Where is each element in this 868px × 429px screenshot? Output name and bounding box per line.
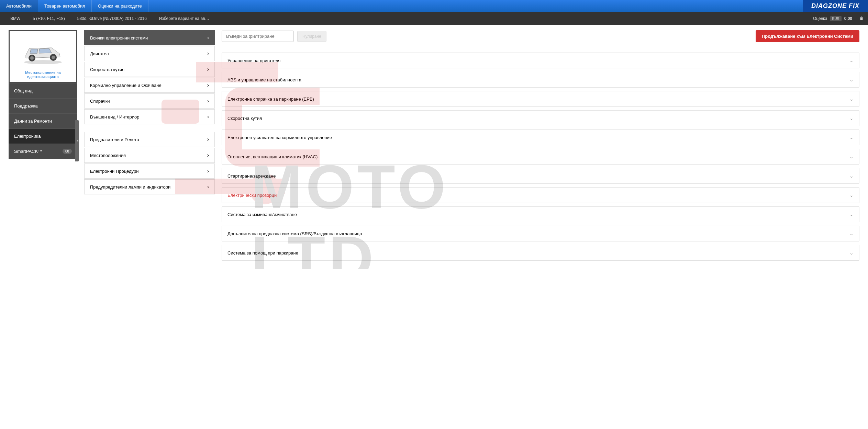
category-item-2[interactable]: Скоростна кутия› bbox=[84, 62, 215, 77]
category-label: Скоростна кутия bbox=[90, 67, 124, 72]
category-list: Всички електронни системи›Двигател›Скоро… bbox=[84, 30, 215, 195]
estimate-label: Оценка bbox=[813, 16, 827, 21]
category-label: Кормилно управление и Окачване bbox=[90, 83, 162, 88]
chevron-down-icon: ⌄ bbox=[849, 212, 854, 217]
category-label: Местоположения bbox=[90, 153, 126, 158]
category-item-5[interactable]: Външен вид / Интериор› bbox=[84, 109, 215, 124]
breadcrumb-model[interactable]: 5 (F10, F11, F18) bbox=[26, 16, 71, 21]
category-item-4[interactable]: Спирачки› bbox=[84, 93, 215, 109]
vehicle-card: Местоположение на идентификацията bbox=[10, 31, 76, 82]
system-item-10[interactable]: Система за помощ при паркиране⌄ bbox=[222, 245, 859, 261]
chevron-right-icon: › bbox=[207, 184, 209, 190]
sidebar-item-1[interactable]: Поддръжка bbox=[9, 98, 77, 113]
category-item-8[interactable]: Местоположения› bbox=[84, 148, 215, 163]
category-label: Предпазители и Релета bbox=[90, 137, 139, 142]
system-label: Скоростна кутия bbox=[227, 116, 262, 121]
chevron-down-icon: ⌄ bbox=[849, 96, 854, 102]
breadcrumb-make[interactable]: BMW bbox=[4, 16, 26, 21]
sidebar-item-label: Общ вид bbox=[14, 88, 33, 93]
category-item-9[interactable]: Електронни Процедури› bbox=[84, 163, 215, 179]
chevron-down-icon: ⌄ bbox=[849, 250, 854, 256]
category-label: Електронни Процедури bbox=[90, 169, 138, 174]
nav-cars[interactable]: Автомобили bbox=[0, 0, 38, 12]
main-panel: Нулиране Продължаване към Електронни Сис… bbox=[222, 30, 859, 264]
category-item-7[interactable]: Предпазители и Релета› bbox=[84, 132, 215, 147]
system-label: Управление на двигателя bbox=[227, 58, 280, 63]
category-item-0[interactable]: Всички електронни системи› bbox=[84, 30, 215, 45]
system-label: Отопление, вентилация и климатик (HVAC) bbox=[227, 154, 318, 159]
chevron-down-icon: ⌄ bbox=[849, 154, 854, 159]
chevron-right-icon: › bbox=[207, 98, 209, 104]
system-item-6[interactable]: Стартиране/зареждане⌄ bbox=[222, 168, 859, 184]
system-item-2[interactable]: Електронна спирачка за паркиране (EPB)⌄ bbox=[222, 91, 859, 107]
category-label: Двигател bbox=[90, 51, 109, 56]
system-item-8[interactable]: Система за измиване/изчистване⌄ bbox=[222, 206, 859, 222]
top-nav: Автомобили Товарен автомобил Оценки на р… bbox=[0, 0, 868, 12]
category-item-1[interactable]: Двигател› bbox=[84, 46, 215, 61]
chevron-down-icon: ⌄ bbox=[849, 115, 854, 121]
chevron-down-icon: ⌄ bbox=[849, 58, 854, 63]
sidebar-item-2[interactable]: Данни за Ремонти bbox=[9, 113, 77, 128]
chevron-right-icon: › bbox=[207, 152, 209, 158]
system-label: Стартиране/зареждане bbox=[227, 173, 276, 179]
sidebar-item-label: Данни за Ремонти bbox=[14, 118, 52, 124]
system-label: Електронна спирачка за паркиране (EPB) bbox=[227, 97, 314, 102]
svg-point-2 bbox=[30, 56, 34, 60]
chevron-right-icon: › bbox=[207, 66, 209, 72]
system-label: ABS и управление на стабилността bbox=[227, 77, 301, 82]
system-label: Система за измиване/изчистване bbox=[227, 212, 297, 217]
category-label: Спирачки bbox=[90, 99, 110, 104]
breadcrumb: BMW 5 (F10, F11, F18) 530d, -xDrive (N57… bbox=[0, 12, 868, 25]
system-item-5[interactable]: Отопление, вентилация и климатик (HVAC)⌄ bbox=[222, 149, 859, 165]
vehicle-image bbox=[19, 38, 67, 66]
chevron-down-icon: ⌄ bbox=[849, 77, 854, 82]
category-item-10[interactable]: Предупредителни лампи и индикатори› bbox=[84, 179, 215, 194]
chevron-right-icon: › bbox=[207, 136, 209, 143]
nav-estimates[interactable]: Оценки на разходите bbox=[92, 0, 148, 12]
system-item-1[interactable]: ABS и управление на стабилността⌄ bbox=[222, 72, 859, 88]
sidebar-collapse-handle[interactable] bbox=[75, 120, 79, 161]
sidebar: Местоположение на идентификацията Общ ви… bbox=[9, 30, 77, 159]
system-item-3[interactable]: Скоростна кутия⌄ bbox=[222, 110, 859, 126]
chevron-right-icon: › bbox=[207, 82, 209, 88]
system-label: Електрически прозорци bbox=[227, 193, 277, 198]
chevron-right-icon: › bbox=[207, 114, 209, 120]
chevron-right-icon: › bbox=[207, 35, 209, 41]
system-label: Допълнителна предпазна система (SRS)/Въз… bbox=[227, 231, 362, 236]
system-item-9[interactable]: Допълнителна предпазна система (SRS)/Въз… bbox=[222, 226, 859, 241]
nav-trucks[interactable]: Товарен автомобил bbox=[38, 0, 92, 12]
category-label: Предупредителни лампи и индикатори bbox=[90, 184, 170, 190]
reset-button[interactable]: Нулиране bbox=[297, 31, 326, 42]
chevron-down-icon: ⌄ bbox=[849, 173, 854, 179]
sidebar-item-3[interactable]: Електроника bbox=[9, 128, 77, 144]
sidebar-item-label: SmartPACK™ bbox=[14, 149, 42, 154]
sidebar-badge: 88 bbox=[63, 149, 72, 154]
chevron-right-icon: › bbox=[207, 50, 209, 57]
chevron-down-icon: ⌄ bbox=[849, 135, 854, 140]
chevron-down-icon: ⌄ bbox=[849, 192, 854, 198]
system-item-0[interactable]: Управление на двигателя⌄ bbox=[222, 53, 859, 68]
breadcrumb-engine[interactable]: 530d, -xDrive (N57D30A) 2011 - 2016 bbox=[71, 16, 153, 21]
system-item-7[interactable]: Електрически прозорци⌄ bbox=[222, 187, 859, 203]
category-label: Всички електронни системи bbox=[90, 35, 148, 41]
category-item-3[interactable]: Кормилно управление и Окачване› bbox=[84, 78, 215, 93]
sidebar-item-0[interactable]: Общ вид bbox=[9, 83, 77, 98]
filter-input[interactable] bbox=[222, 31, 294, 42]
system-label: Електронен усилвател на кормилното управ… bbox=[227, 135, 332, 140]
category-label: Външен вид / Интериор bbox=[90, 114, 140, 120]
continue-button[interactable]: Продължаване към Електронни Системи bbox=[756, 30, 859, 42]
vehicle-id-link[interactable]: Местоположение на идентификацията bbox=[13, 70, 73, 79]
chevron-right-icon: › bbox=[207, 168, 209, 174]
svg-point-0 bbox=[24, 60, 62, 64]
trash-icon[interactable] bbox=[859, 16, 864, 21]
estimate-value: 0,00 bbox=[844, 16, 852, 21]
sidebar-item-4[interactable]: SmartPACK™88 bbox=[9, 144, 77, 159]
system-item-4[interactable]: Електронен усилвател на кормилното управ… bbox=[222, 129, 859, 145]
breadcrumb-variant[interactable]: Изберете вариант на ав… bbox=[153, 16, 215, 21]
sidebar-item-label: Поддръжка bbox=[14, 103, 38, 109]
brand-logo: DIAGZONE FIX bbox=[803, 0, 868, 12]
estimate-display: Оценка EUR 0,00 bbox=[813, 16, 859, 21]
chevron-down-icon: ⌄ bbox=[849, 231, 854, 236]
estimate-currency: EUR bbox=[830, 16, 842, 21]
svg-point-4 bbox=[52, 56, 55, 59]
